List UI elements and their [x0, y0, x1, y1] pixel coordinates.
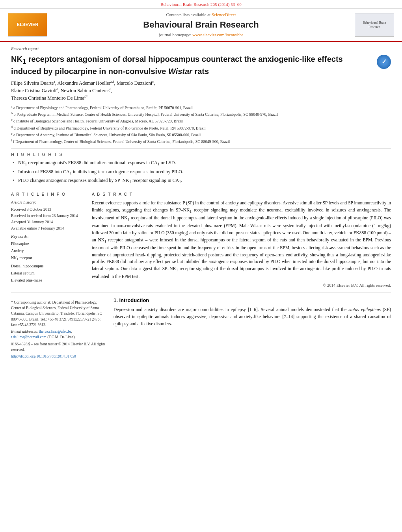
- keyword-3: NK1 receptor: [11, 254, 84, 263]
- affiliations: a a Department of Physiology and Pharmac…: [11, 104, 391, 145]
- highlights-list: NK1 receptor antagonist's FK888 did not …: [11, 159, 391, 185]
- journal-citation: Behavioural Brain Research 265 (2014) 53…: [160, 2, 242, 7]
- divider-1: [11, 148, 391, 148]
- keyword-4: Dorsal hippocampus: [11, 263, 84, 270]
- article-info-abstract: A R T I C L E I N F O Article history: R…: [11, 191, 391, 289]
- elsevier-label: ELSEVIER: [17, 22, 38, 28]
- copyright: © 2014 Elsevier B.V. All rights reserved…: [92, 283, 391, 289]
- article-info-col: A R T I C L E I N F O Article history: R…: [11, 191, 84, 289]
- highlight-item-3: PILO changes anxiogenic responses modula…: [13, 177, 391, 185]
- abstract-col: A B S T R A C T Recent evidence supports…: [92, 191, 391, 289]
- journal-title: Behavioural Brain Research: [51, 19, 351, 31]
- affiliation-d: d d Department of Biophysics and Pharmac…: [11, 125, 391, 131]
- affiliation-a: a a Department of Physiology and Pharmac…: [11, 104, 391, 111]
- journal-title-section: Contents lists available at ScienceDirec…: [51, 12, 351, 38]
- contents-available: Contents lists available at ScienceDirec…: [51, 12, 351, 18]
- elsevier-logo-container: ELSEVIER: [8, 13, 51, 37]
- article-dates: Received 3 October 2013 Received in revi…: [11, 206, 84, 232]
- keyword-1: Pilocarpine: [11, 240, 84, 247]
- article-title-block: NK1 receptors antagonism of dorsal hippo…: [11, 54, 391, 76]
- divider-2: [11, 188, 391, 188]
- highlights-section: H I G H L I G H T S NK1 receptor antagon…: [11, 152, 391, 185]
- corresponding-note: * Corresponding author at: Department of…: [11, 300, 106, 328]
- affiliation-e: e e Department of Anatomy, Institute of …: [11, 132, 391, 138]
- article-body: Research report NK1 receptors antagonism…: [0, 42, 402, 364]
- received-revised-date: Received in revised form 28 January 2014: [11, 213, 84, 219]
- intro-text: Depression and anxiety disorders are maj…: [114, 306, 391, 327]
- journal-homepage: journal homepage: www.elsevier.com/locat…: [51, 32, 351, 38]
- journal-citation-bar: Behavioural Brain Research 265 (2014) 53…: [0, 0, 402, 9]
- keyword-6: Elevated plus-maze: [11, 277, 84, 284]
- affiliation-f: f f Department of Pharmacology, Center o…: [11, 138, 391, 145]
- bottom-section: * Corresponding author at: Department of…: [11, 293, 391, 361]
- intro-heading: 1. Introduction: [114, 297, 391, 304]
- available-online-date: Available online 7 February 2014: [11, 225, 84, 232]
- doi-link[interactable]: http://dx.doi.org/10.1016/j.bbr.2014.01.…: [11, 354, 76, 358]
- journal-header: ELSEVIER Contents lists available at Sci…: [0, 9, 402, 42]
- keywords-label: Keywords:: [11, 234, 84, 240]
- footnotes-col: * Corresponding author at: Department of…: [11, 297, 106, 361]
- keyword-2: Anxiety: [11, 247, 84, 254]
- abstract-header: A B S T R A C T: [92, 191, 391, 197]
- highlights-label: H I G H L I G H T S: [11, 152, 391, 158]
- accepted-date: Accepted 31 January 2014: [11, 219, 84, 225]
- authors: Filipe Silveira Duartea, Alexandre Adema…: [11, 80, 391, 102]
- affiliation-b: b b Postgraduate Program in Medical Scie…: [11, 111, 391, 117]
- page: Behavioural Brain Research 265 (2014) 53…: [0, 0, 402, 364]
- article-history-label: Article history:: [11, 200, 84, 206]
- month-text: month: [311, 230, 323, 235]
- keyword-5: Lateral septum: [11, 270, 84, 277]
- affiliation-c: c c Institute of Biological Sciences and…: [11, 118, 391, 124]
- journal-logo: Behavioural Brain Research: [355, 13, 394, 37]
- article-info-header: A R T I C L E I N F O: [11, 191, 84, 197]
- highlight-item-1: NK1 receptor antagonist's FK888 did not …: [13, 159, 391, 167]
- email-link-2[interactable]: t.de.lima@hotmail.com: [11, 335, 47, 339]
- issn-note: 0166-4328/$ – see front matter © 2014 El…: [11, 341, 106, 353]
- crossmark-badge[interactable]: ✓: [377, 55, 391, 69]
- article-title-text: NK1 receptors antagonism of dorsal hippo…: [11, 54, 373, 76]
- keywords-list: Pilocarpine Anxiety NK1 receptor Dorsal …: [11, 240, 84, 284]
- homepage-link[interactable]: www.elsevier.com/locate/bbr: [192, 32, 243, 37]
- email-note: E-mail addresses: thereza.lima@ufsc.br, …: [11, 329, 106, 340]
- email-link-1[interactable]: thereza.lima@ufsc.br: [39, 330, 71, 334]
- doi-note: http://dx.doi.org/10.1016/j.bbr.2014.01.…: [11, 354, 106, 359]
- elsevier-logo: ELSEVIER: [8, 13, 47, 37]
- keywords-section: Keywords: Pilocarpine Anxiety NK1 recept…: [11, 234, 84, 284]
- highlight-item-2: Infusion of FK888 into CA1 inhibits long…: [13, 169, 391, 176]
- journal-logo-container: Behavioural Brain Research: [351, 13, 394, 37]
- article-section-label: Research report: [11, 46, 391, 52]
- received-date: Received 3 October 2013: [11, 206, 84, 213]
- sciencedirect-link[interactable]: ScienceDirect: [212, 12, 236, 17]
- introduction-col: 1. Introduction Depression and anxiety d…: [114, 297, 391, 361]
- abstract-text: Recent evidence supports a role for the …: [92, 200, 391, 280]
